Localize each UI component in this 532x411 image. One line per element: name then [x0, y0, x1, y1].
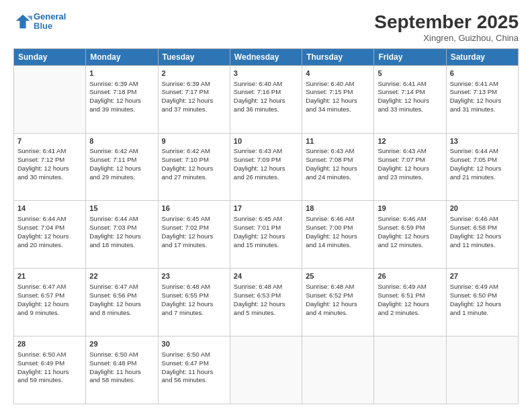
day-number: 14 [17, 203, 82, 214]
header-row: SundayMondayTuesdayWednesdayThursdayFrid… [14, 48, 519, 65]
day-info: Sunset: 7:14 PM [378, 88, 442, 97]
day-info: and 29 minutes. [89, 173, 154, 182]
day-info: Daylight: 12 hours [162, 300, 226, 309]
day-info: and 56 minutes. [162, 376, 226, 385]
calendar-cell: 17Sunrise: 6:45 AMSunset: 7:01 PMDayligh… [230, 201, 302, 269]
day-info: Daylight: 12 hours [306, 97, 370, 105]
day-info: Sunset: 7:17 PM [162, 88, 226, 97]
day-number: 15 [89, 203, 154, 214]
calendar-cell: 20Sunrise: 6:46 AMSunset: 6:58 PMDayligh… [446, 201, 518, 269]
day-info: Sunset: 7:03 PM [89, 224, 154, 232]
day-info: and 4 minutes. [306, 309, 370, 318]
calendar-cell: 28Sunrise: 6:50 AMSunset: 6:49 PMDayligh… [14, 336, 86, 404]
calendar-cell: 19Sunrise: 6:46 AMSunset: 6:59 PMDayligh… [374, 201, 446, 269]
day-info: Sunrise: 6:41 AM [378, 80, 442, 89]
logo: General Blue [13, 12, 66, 32]
day-info: Sunset: 6:53 PM [234, 291, 298, 300]
day-info: and 18 minutes. [89, 241, 154, 250]
day-info: Sunset: 7:13 PM [450, 88, 515, 97]
day-info: Daylight: 12 hours [162, 97, 226, 105]
day-number: 29 [89, 339, 154, 349]
day-info: Sunrise: 6:43 AM [378, 147, 442, 156]
day-info: and 15 minutes. [234, 241, 298, 250]
day-info: and 11 minutes. [450, 241, 515, 250]
calendar-cell: 9Sunrise: 6:42 AMSunset: 7:10 PMDaylight… [158, 133, 230, 201]
day-number: 19 [378, 203, 442, 214]
day-number: 17 [234, 203, 298, 214]
day-info: and 2 minutes. [378, 309, 442, 318]
day-info: and 9 minutes. [17, 309, 82, 318]
day-info: Sunset: 6:58 PM [450, 224, 515, 232]
day-info: Daylight: 12 hours [378, 300, 442, 309]
day-info: and 24 minutes. [306, 173, 370, 182]
day-info: Daylight: 12 hours [162, 232, 226, 241]
day-info: Sunrise: 6:45 AM [162, 215, 226, 224]
day-info: Sunrise: 6:47 AM [89, 283, 154, 291]
day-number: 30 [162, 339, 226, 349]
day-info: Sunrise: 6:41 AM [17, 147, 82, 156]
day-header-thursday: Thursday [302, 48, 374, 65]
day-info: and 12 minutes. [378, 241, 442, 250]
day-info: Sunrise: 6:50 AM [162, 351, 226, 359]
day-header-tuesday: Tuesday [158, 48, 230, 65]
day-number: 23 [162, 271, 226, 281]
day-info: Daylight: 12 hours [89, 97, 154, 105]
day-header-monday: Monday [86, 48, 158, 65]
day-info: Daylight: 12 hours [378, 232, 442, 241]
calendar-cell: 6Sunrise: 6:41 AMSunset: 7:13 PMDaylight… [446, 65, 518, 133]
day-info: Daylight: 12 hours [378, 97, 442, 105]
day-info: Daylight: 12 hours [234, 300, 298, 309]
logo-line2: Blue [34, 21, 52, 31]
day-info: Sunset: 7:07 PM [378, 156, 442, 165]
day-info: Sunrise: 6:50 AM [89, 351, 154, 359]
day-info: and 21 minutes. [450, 173, 515, 182]
calendar-cell: 22Sunrise: 6:47 AMSunset: 6:56 PMDayligh… [86, 269, 158, 336]
day-info: Sunrise: 6:48 AM [162, 283, 226, 291]
day-info: Sunrise: 6:47 AM [17, 283, 82, 291]
day-info: Sunset: 7:10 PM [162, 156, 226, 165]
day-info: Daylight: 12 hours [162, 165, 226, 173]
day-info: Sunrise: 6:39 AM [162, 80, 226, 89]
day-info: and 20 minutes. [17, 241, 82, 250]
day-info: Daylight: 12 hours [234, 97, 298, 105]
day-info: Sunset: 6:59 PM [378, 224, 442, 232]
day-number: 2 [162, 68, 226, 79]
calendar-cell [302, 336, 374, 404]
week-row-2: 14Sunrise: 6:44 AMSunset: 7:04 PMDayligh… [14, 201, 519, 269]
day-info: and 30 minutes. [17, 173, 82, 182]
day-number: 16 [162, 203, 226, 214]
day-info: and 26 minutes. [234, 173, 298, 182]
day-info: Sunrise: 6:43 AM [306, 147, 370, 156]
calendar-cell [230, 336, 302, 404]
day-info: Sunset: 7:12 PM [17, 156, 82, 165]
day-number: 1 [89, 68, 154, 79]
day-info: Sunrise: 6:49 AM [378, 283, 442, 291]
calendar-cell: 1Sunrise: 6:39 AMSunset: 7:18 PMDaylight… [86, 65, 158, 133]
day-info: and 33 minutes. [378, 105, 442, 114]
day-number: 13 [450, 136, 515, 146]
day-number: 20 [450, 203, 515, 214]
day-number: 12 [378, 136, 442, 146]
day-info: Sunrise: 6:48 AM [234, 283, 298, 291]
day-info: Sunset: 7:02 PM [162, 224, 226, 232]
day-info: Daylight: 12 hours [306, 165, 370, 173]
calendar-cell: 11Sunrise: 6:43 AMSunset: 7:08 PMDayligh… [302, 133, 374, 201]
day-info: Sunset: 7:16 PM [234, 88, 298, 97]
day-info: Daylight: 12 hours [450, 97, 515, 105]
day-info: and 7 minutes. [162, 309, 226, 318]
day-info: Sunrise: 6:39 AM [89, 80, 154, 89]
day-info: and 31 minutes. [450, 105, 515, 114]
calendar-cell: 14Sunrise: 6:44 AMSunset: 7:04 PMDayligh… [14, 201, 86, 269]
logo-icon [13, 12, 32, 31]
day-info: Sunrise: 6:44 AM [450, 147, 515, 156]
day-info: Sunrise: 6:46 AM [450, 215, 515, 224]
day-number: 28 [17, 339, 82, 349]
day-info: and 59 minutes. [17, 376, 82, 385]
day-info: and 5 minutes. [234, 309, 298, 318]
day-info: Sunset: 6:48 PM [89, 359, 154, 368]
day-info: Daylight: 11 hours [162, 368, 226, 377]
day-info: Sunrise: 6:48 AM [306, 283, 370, 291]
day-info: Daylight: 12 hours [234, 232, 298, 241]
day-info: Sunset: 6:49 PM [17, 359, 82, 368]
calendar-cell: 30Sunrise: 6:50 AMSunset: 6:47 PMDayligh… [158, 336, 230, 404]
